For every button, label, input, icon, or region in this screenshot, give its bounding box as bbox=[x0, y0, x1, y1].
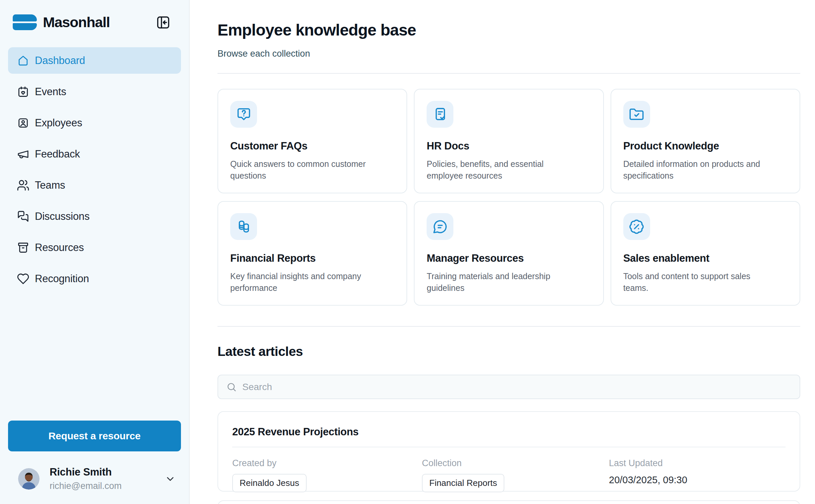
heart-icon bbox=[17, 272, 29, 285]
collection-title: Product Knowledge bbox=[623, 140, 788, 152]
sidebar-item-dashboard[interactable]: Dashboard bbox=[8, 47, 181, 74]
page-subtitle: Browse each collection bbox=[217, 49, 800, 59]
meta-last-updated: Last Updated20/03/2025, 09:30 bbox=[609, 458, 786, 492]
sidebar-item-label: Resources bbox=[35, 242, 84, 254]
app-window: Masonhall DashboardEventsExployeesFeedba… bbox=[0, 0, 815, 504]
sidebar-header: Masonhall bbox=[8, 14, 181, 30]
user-profile[interactable]: Richie Smith richie@email.com bbox=[8, 466, 181, 491]
collection-card-hr-docs[interactable]: HR DocsPolicies, benefits, and essential… bbox=[414, 89, 604, 193]
collection-card-customer-faqs[interactable]: Customer FAQsQuick answers to common cus… bbox=[217, 89, 407, 193]
divider bbox=[217, 73, 800, 74]
coins-icon bbox=[230, 213, 257, 240]
article-meta: Created byReinaldo JesusCollectionFinanc… bbox=[232, 458, 786, 492]
collection-title: Sales enablement bbox=[623, 252, 788, 264]
message-lines-icon bbox=[427, 213, 453, 240]
collection-card-manager-resources[interactable]: Manager ResourcesTraining materials and … bbox=[414, 201, 604, 306]
main-content: Employee knowledge base Browse each coll… bbox=[190, 0, 815, 504]
collection-description: Key financial insights and company perfo… bbox=[230, 270, 378, 294]
divider bbox=[217, 326, 800, 327]
collection-description: Policies, benefits, and essential employ… bbox=[427, 158, 574, 181]
collection-title: Customer FAQs bbox=[230, 140, 394, 152]
sidebar-item-resources[interactable]: Resources bbox=[8, 234, 181, 261]
collection-card-product-knowledge[interactable]: Product KnowledgeDetailed information on… bbox=[611, 89, 800, 193]
sidebar-item-teams[interactable]: Teams bbox=[8, 172, 181, 198]
sidebar-item-label: Exployees bbox=[35, 117, 82, 129]
folder-check-icon bbox=[623, 101, 650, 128]
collection-card-financial-reports[interactable]: Financial ReportsKey financial insights … bbox=[217, 201, 407, 306]
sidebar-item-exployees[interactable]: Exployees bbox=[8, 110, 181, 136]
page-title: Employee knowledge base bbox=[217, 21, 800, 39]
divider bbox=[232, 447, 786, 447]
meta-label: Created by bbox=[232, 458, 422, 468]
users-icon bbox=[17, 179, 29, 192]
id-user-icon bbox=[17, 117, 29, 129]
sidebar-item-label: Teams bbox=[35, 179, 65, 191]
latest-articles-heading: Latest articles bbox=[217, 344, 800, 359]
article-card[interactable]: Profitability Analysis bbox=[217, 500, 800, 504]
chevron-down-icon[interactable] bbox=[164, 473, 176, 485]
sidebar-spacer bbox=[8, 292, 181, 421]
doc-check-icon bbox=[427, 101, 453, 128]
sidebar-item-label: Feedback bbox=[35, 148, 80, 160]
user-email: richie@email.com bbox=[50, 481, 164, 491]
meta-created-by: Created byReinaldo Jesus bbox=[232, 458, 422, 492]
collections-grid: Customer FAQsQuick answers to common cus… bbox=[217, 89, 800, 306]
search-bar bbox=[217, 375, 800, 399]
meta-collection: CollectionFinancial Reports bbox=[422, 458, 609, 492]
sidebar-item-label: Discussions bbox=[35, 210, 89, 223]
brand-logo: Masonhall bbox=[13, 14, 110, 30]
collection-description: Tools and content to support sales teams… bbox=[623, 270, 771, 294]
search-icon bbox=[226, 382, 237, 392]
collection-description: Detailed information on products and spe… bbox=[623, 158, 771, 181]
collection-title: HR Docs bbox=[427, 140, 591, 152]
faq-bubble-icon bbox=[230, 101, 257, 128]
last-updated-value: 20/03/2025, 09:30 bbox=[609, 475, 786, 486]
article-card[interactable]: 2025 Revenue ProjectionsCreated byReinal… bbox=[217, 411, 800, 492]
sidebar-item-discussions[interactable]: Discussions bbox=[8, 203, 181, 230]
brand-name: Masonhall bbox=[43, 14, 110, 30]
sidebar-item-label: Events bbox=[35, 86, 66, 98]
sidebar-item-feedback[interactable]: Feedback bbox=[8, 141, 181, 167]
collection-badge: Financial Reports bbox=[422, 474, 504, 492]
articles-list: 2025 Revenue ProjectionsCreated byReinal… bbox=[217, 411, 800, 504]
sidebar-item-label: Recognition bbox=[35, 273, 89, 285]
user-name: Richie Smith bbox=[50, 466, 164, 478]
sidebar-item-events[interactable]: Events bbox=[8, 78, 181, 105]
sidebar: Masonhall DashboardEventsExployeesFeedba… bbox=[0, 0, 190, 504]
brand-logo-icon bbox=[13, 14, 37, 30]
collection-title: Manager Resources bbox=[427, 252, 591, 264]
created-by-badge: Reinaldo Jesus bbox=[232, 474, 307, 492]
sidebar-item-recognition[interactable]: Recognition bbox=[8, 265, 181, 292]
home-icon bbox=[17, 54, 29, 67]
user-info: Richie Smith richie@email.com bbox=[50, 466, 164, 491]
calendar-heart-icon bbox=[17, 85, 29, 98]
sidebar-item-label: Dashboard bbox=[35, 55, 85, 67]
meta-label: Collection bbox=[422, 458, 609, 468]
badge-percent-icon bbox=[623, 213, 650, 240]
article-title: 2025 Revenue Projections bbox=[232, 426, 786, 438]
collection-description: Training materials and leadership guidel… bbox=[427, 270, 574, 294]
sidebar-nav: DashboardEventsExployeesFeedbackTeamsDis… bbox=[8, 47, 181, 292]
collection-description: Quick answers to common customer questio… bbox=[230, 158, 378, 181]
panel-left-close-icon[interactable] bbox=[155, 15, 171, 30]
meta-label: Last Updated bbox=[609, 458, 786, 468]
collection-card-sales-enablement[interactable]: Sales enablementTools and content to sup… bbox=[611, 201, 800, 306]
messages-icon bbox=[17, 210, 29, 223]
search-input[interactable] bbox=[242, 382, 792, 392]
avatar bbox=[18, 468, 40, 490]
request-resource-button[interactable]: Request a resource bbox=[8, 421, 181, 451]
megaphone-icon bbox=[17, 148, 29, 161]
collection-title: Financial Reports bbox=[230, 252, 394, 264]
archive-icon bbox=[17, 241, 29, 254]
